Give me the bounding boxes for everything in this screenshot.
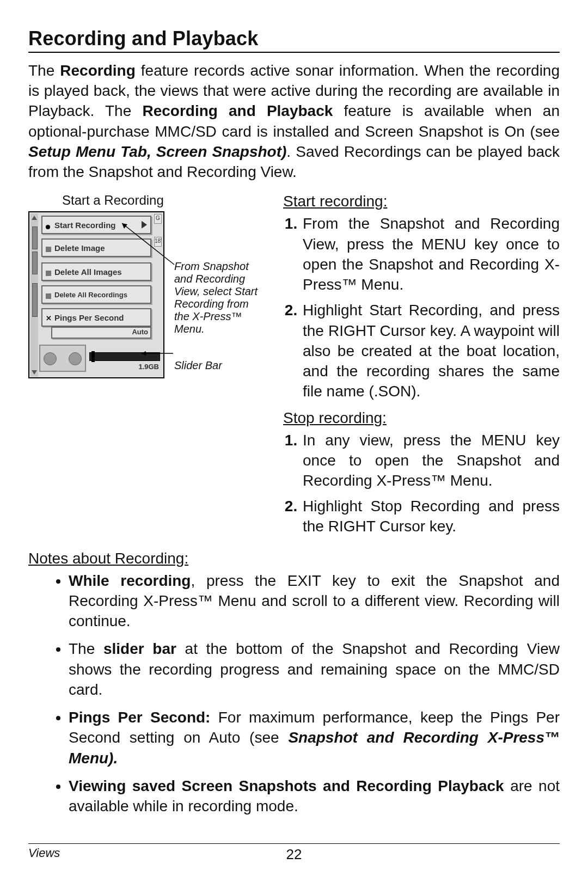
note-3-bold: Pings Per Second:: [69, 709, 210, 726]
menu-pings-label: Pings Per Second: [54, 313, 124, 322]
note-2-bold: slider bar: [103, 640, 176, 657]
notes-list: While recording, press the EXIT key to e…: [28, 571, 560, 817]
intro-b2: Recording and Playback: [142, 102, 333, 119]
menu-start-recording: Start Recording: [41, 216, 151, 234]
menu-delete-image-label: Delete Image: [54, 243, 105, 253]
scroll-down-icon: [32, 370, 37, 375]
menu-delete-all-recordings-label: Delete All Recordings: [54, 291, 127, 299]
page-footer: Views 22: [28, 843, 560, 860]
slider-knob: [91, 351, 95, 362]
menu-delete-all-images: Delete All Images: [41, 262, 151, 281]
figure-caption: Start a Recording: [62, 193, 268, 208]
depth-18: 18': [154, 237, 162, 247]
slider-bar: [89, 352, 160, 361]
note-1: While recording, press the EXIT key to e…: [69, 571, 560, 632]
page-number: 22: [28, 846, 560, 863]
stop-step-2: Highlight Stop Recording and press the R…: [302, 496, 560, 536]
reel-icon: [39, 345, 86, 372]
note-2: The slider bar at the bottom of the Snap…: [69, 639, 560, 700]
menu-delete-image: Delete Image: [41, 238, 151, 257]
menu-pings-per-second: ✕ Pings Per Second: [41, 308, 151, 327]
note-1-bold: While recording: [69, 572, 191, 589]
intro-b1: Recording: [60, 62, 135, 79]
pings-icon: ✕: [46, 314, 52, 321]
play-icon: [142, 221, 147, 229]
intro-t1: The: [28, 62, 60, 79]
figure-annotations: From Snapshot and Recording View, select…: [164, 211, 265, 378]
storage-remaining: 1.9GB: [138, 363, 159, 371]
start-step-2: Highlight Start Recording, and press the…: [302, 300, 560, 401]
start-recording-steps: From the Snapshot and Recording View, pr…: [283, 213, 560, 401]
stop-step-1: In any view, press the MENU key once to …: [302, 430, 560, 491]
intro-bi1: Setup Menu Tab, Screen Snapshot): [28, 143, 286, 160]
note-2-a: The: [69, 640, 103, 657]
notes-heading: Notes about Recording:: [28, 550, 560, 567]
scroll-segment: [32, 283, 38, 317]
start-recording-heading: Start recording:: [283, 193, 560, 210]
menu-auto-value: Auto: [51, 327, 151, 339]
menu-start-recording-label: Start Recording: [54, 220, 116, 230]
reel-right-icon: [69, 352, 82, 365]
scroll-segment: [32, 252, 38, 274]
scroll-segment: [32, 226, 38, 249]
scroll-up-icon: [32, 216, 37, 220]
start-step-1: From the Snapshot and Recording View, pr…: [302, 213, 560, 295]
note-3: Pings Per Second: For maximum performanc…: [69, 707, 560, 768]
annotation-slider-bar: Slider Bar: [174, 359, 265, 372]
recordings-icon: [46, 291, 52, 298]
stop-recording-heading: Stop recording:: [283, 409, 560, 427]
record-icon: [46, 222, 52, 228]
intro-paragraph: The Recording feature records active son…: [28, 60, 560, 182]
figure: G 18' Start Recording Delete Image Delet…: [28, 211, 268, 378]
note-4: Viewing saved Screen Snapshots and Recor…: [69, 776, 560, 816]
scrollbar: [30, 213, 38, 377]
screenshot: G 18' Start Recording Delete Image Delet…: [28, 211, 164, 378]
depth-readouts: G 18': [154, 214, 162, 260]
depth-g: G: [154, 214, 162, 224]
menu-delete-all-recordings: Delete All Recordings: [41, 285, 151, 304]
annotation-start-recording: From Snapshot and Recording View, select…: [174, 260, 265, 335]
reel-left-icon: [44, 352, 57, 365]
note-4-bold: Viewing saved Screen Snapshots and Recor…: [69, 777, 504, 794]
stop-recording-steps: In any view, press the MENU key once to …: [283, 430, 560, 537]
section-title: Recording and Playback: [28, 27, 560, 53]
menu-delete-all-images-label: Delete All Images: [54, 267, 122, 277]
images-icon: [46, 268, 52, 275]
image-icon: [46, 244, 52, 251]
